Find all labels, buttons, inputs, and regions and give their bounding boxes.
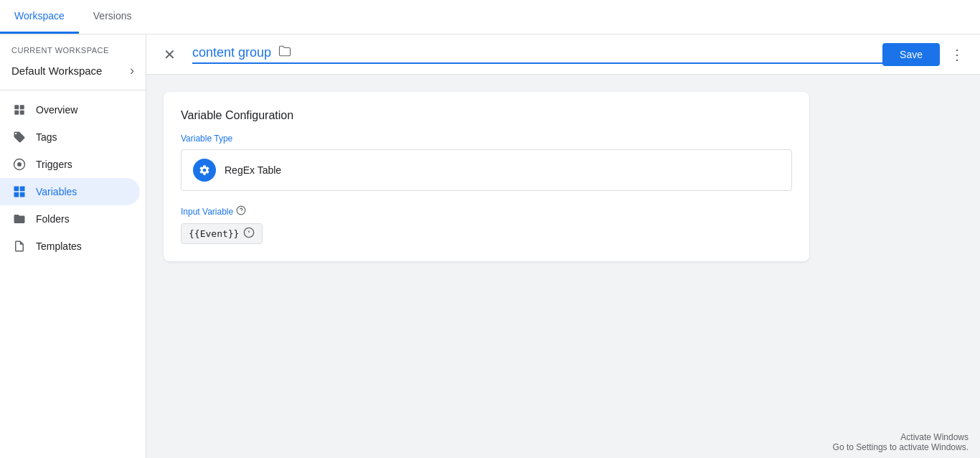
event-value: {{Event}} <box>189 228 239 239</box>
modal-header: ✕ content group Save ⋮ <box>146 34 980 75</box>
save-button[interactable]: Save <box>882 43 940 66</box>
modal-title-text: content group <box>192 45 271 60</box>
tab-versions[interactable]: Versions <box>79 0 146 34</box>
input-variable-label: Input Variable <box>181 205 792 218</box>
sidebar-item-triggers-label: Triggers <box>36 159 72 170</box>
svg-rect-3 <box>20 111 24 115</box>
more-icon: ⋮ <box>950 46 964 63</box>
svg-point-5 <box>17 162 22 167</box>
folders-icon <box>11 212 27 225</box>
svg-rect-1 <box>20 105 24 109</box>
sidebar-item-folders-label: Folders <box>36 213 70 225</box>
input-variable-section: Input Variable {{Event}} <box>181 205 792 244</box>
sidebar-item-overview[interactable]: Overview <box>0 96 140 123</box>
svg-rect-0 <box>14 105 19 109</box>
workspace-name-text: Default Workspace <box>11 65 102 77</box>
sidebar-item-overview-label: Overview <box>36 104 77 116</box>
current-workspace-label: CURRENT WORKSPACE <box>0 34 146 57</box>
sidebar-item-tags-label: Tags <box>36 131 57 143</box>
modal-body: Variable Configuration Variable Type Reg… <box>146 75 980 458</box>
workspace-chevron-icon: › <box>130 63 134 78</box>
overview-icon <box>11 103 27 116</box>
variable-type-icon <box>193 159 216 182</box>
svg-rect-6 <box>14 187 19 192</box>
tab-versions-label: Versions <box>93 10 132 22</box>
sidebar-item-tags[interactable]: Tags <box>0 123 140 151</box>
svg-rect-7 <box>20 187 25 192</box>
tab-workspace[interactable]: Workspace <box>0 0 79 34</box>
main-layout: CURRENT WORKSPACE Default Workspace › Ov… <box>0 34 980 458</box>
sidebar-item-triggers[interactable]: Triggers <box>0 151 140 178</box>
top-tab-bar: Workspace Versions <box>0 0 980 34</box>
input-variable-label-text: Input Variable <box>181 207 233 217</box>
variable-config-card: Variable Configuration Variable Type Reg… <box>164 92 809 261</box>
variable-type-label: Variable Type <box>181 134 792 144</box>
sidebar-item-folders[interactable]: Folders <box>0 205 140 233</box>
sidebar-item-variables[interactable]: Variables <box>0 178 140 205</box>
sidebar-item-variables-label: Variables <box>36 186 77 197</box>
svg-rect-8 <box>14 192 19 197</box>
workspace-name[interactable]: Default Workspace › <box>0 57 140 84</box>
help-icon[interactable] <box>236 205 246 218</box>
templates-icon <box>11 240 27 253</box>
content-area: ✕ content group Save ⋮ Variable Configur… <box>146 34 980 458</box>
tab-workspace-label: Workspace <box>14 10 65 22</box>
sidebar-item-templates[interactable]: Templates <box>0 233 140 260</box>
more-options-button[interactable]: ⋮ <box>946 43 969 66</box>
info-icon[interactable] <box>243 227 255 240</box>
svg-rect-9 <box>20 192 25 197</box>
svg-rect-2 <box>14 111 19 115</box>
modal-folder-icon[interactable] <box>278 45 291 61</box>
variable-type-row[interactable]: RegEx Table <box>181 149 792 191</box>
card-title: Variable Configuration <box>181 109 792 122</box>
triggers-icon <box>11 158 27 171</box>
sidebar: CURRENT WORKSPACE Default Workspace › Ov… <box>0 34 146 458</box>
modal-actions: Save ⋮ <box>882 43 969 66</box>
event-tag[interactable]: {{Event}} <box>181 223 263 244</box>
close-icon: ✕ <box>164 46 176 63</box>
modal-title: content group <box>192 45 882 64</box>
variable-type-name: RegEx Table <box>225 164 281 176</box>
sidebar-item-templates-label: Templates <box>36 240 82 252</box>
tags-icon <box>11 131 27 144</box>
close-button[interactable]: ✕ <box>158 43 181 66</box>
variables-icon <box>11 185 27 198</box>
sidebar-divider <box>0 90 146 90</box>
